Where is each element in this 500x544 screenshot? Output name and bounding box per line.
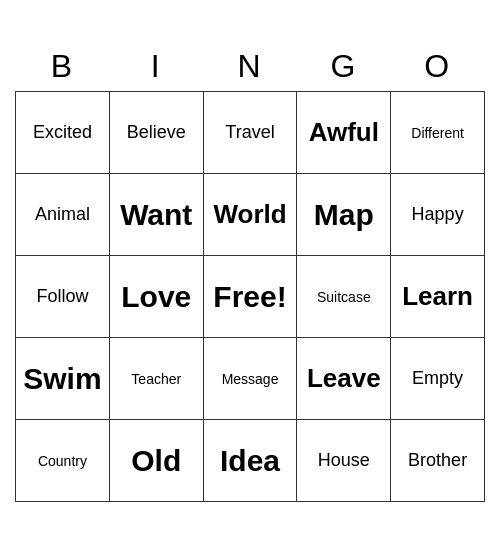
bingo-cell: Want <box>109 174 203 256</box>
bingo-cell: Learn <box>391 256 485 338</box>
bingo-cell: Old <box>109 420 203 502</box>
bingo-row: ExcitedBelieveTravelAwfulDifferent <box>16 92 485 174</box>
bingo-letter: G <box>297 42 391 92</box>
bingo-cell: Awful <box>297 92 391 174</box>
bingo-cell: Country <box>16 420 110 502</box>
bingo-letter: O <box>391 42 485 92</box>
bingo-row: FollowLoveFree!SuitcaseLearn <box>16 256 485 338</box>
bingo-cell: Travel <box>203 92 297 174</box>
bingo-cell: Message <box>203 338 297 420</box>
bingo-cell: Teacher <box>109 338 203 420</box>
bingo-row: CountryOldIdeaHouseBrother <box>16 420 485 502</box>
bingo-cell: Animal <box>16 174 110 256</box>
bingo-letter: N <box>203 42 297 92</box>
bingo-cell: Free! <box>203 256 297 338</box>
bingo-row: SwimTeacherMessageLeaveEmpty <box>16 338 485 420</box>
bingo-cell: Idea <box>203 420 297 502</box>
bingo-cell: Happy <box>391 174 485 256</box>
bingo-header-row: BINGO <box>16 42 485 92</box>
bingo-letter: I <box>109 42 203 92</box>
bingo-cell: Empty <box>391 338 485 420</box>
bingo-cell: Map <box>297 174 391 256</box>
bingo-cell: House <box>297 420 391 502</box>
bingo-cell: Different <box>391 92 485 174</box>
bingo-card: BINGO ExcitedBelieveTravelAwfulDifferent… <box>15 42 485 503</box>
bingo-cell: Believe <box>109 92 203 174</box>
bingo-letter: B <box>16 42 110 92</box>
bingo-cell: Suitcase <box>297 256 391 338</box>
bingo-row: AnimalWantWorldMapHappy <box>16 174 485 256</box>
bingo-cell: World <box>203 174 297 256</box>
bingo-cell: Love <box>109 256 203 338</box>
bingo-cell: Swim <box>16 338 110 420</box>
bingo-cell: Excited <box>16 92 110 174</box>
bingo-cell: Follow <box>16 256 110 338</box>
bingo-cell: Brother <box>391 420 485 502</box>
bingo-cell: Leave <box>297 338 391 420</box>
